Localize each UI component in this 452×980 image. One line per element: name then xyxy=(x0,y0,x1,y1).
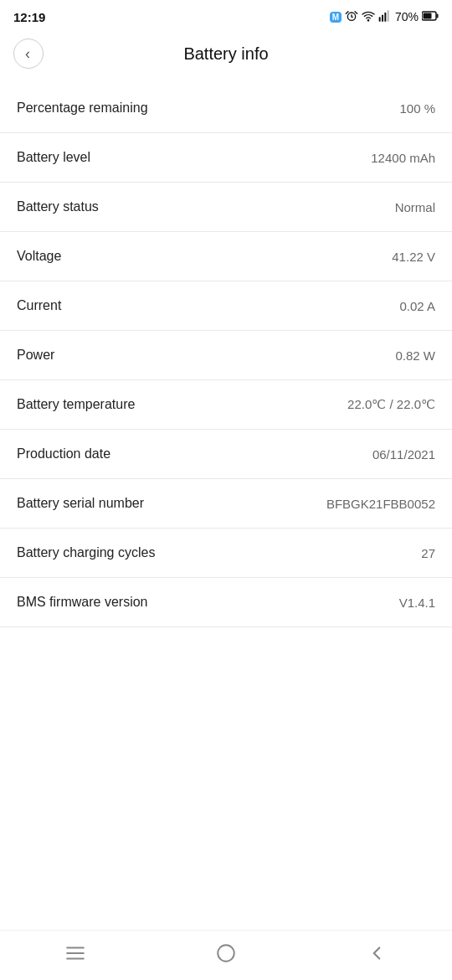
row-value: 12400 mAh xyxy=(371,151,435,165)
menu-icon[interactable] xyxy=(64,942,86,969)
row-value: V1.4.1 xyxy=(399,596,435,610)
svg-rect-6 xyxy=(384,13,386,22)
row-value: 0.02 A xyxy=(399,299,435,313)
status-icons: M xyxy=(330,9,439,25)
table-row: Voltage41.22 V xyxy=(0,232,452,281)
table-row: Power0.82 W xyxy=(0,331,452,380)
row-label: Battery serial number xyxy=(17,496,144,511)
table-row: Percentage remaining100 % xyxy=(0,84,452,133)
table-row: Current0.02 A xyxy=(0,281,452,331)
row-value: 100 % xyxy=(399,101,435,116)
row-value: Normal xyxy=(395,200,435,214)
row-value: 0.82 W xyxy=(395,348,435,363)
row-label: Battery level xyxy=(17,150,90,165)
table-row: Battery temperature22.0℃ / 22.0℃ xyxy=(0,380,452,430)
back-chevron-icon: ‹ xyxy=(25,46,30,61)
alarm-icon xyxy=(345,9,358,25)
page-title: Battery info xyxy=(183,44,268,64)
row-label: Current xyxy=(17,298,61,313)
row-label: Production date xyxy=(17,446,110,462)
battery-percentage: 70% xyxy=(395,10,419,23)
wifi-icon xyxy=(362,9,375,25)
svg-line-1 xyxy=(346,11,348,13)
row-value: 27 xyxy=(421,546,435,560)
table-row: Battery charging cycles27 xyxy=(0,529,452,578)
row-value: 22.0℃ / 22.0℃ xyxy=(347,397,435,412)
status-bar: 12:19 M xyxy=(0,0,452,30)
row-value: 41.22 V xyxy=(392,250,435,264)
back-button[interactable]: ‹ xyxy=(13,39,44,69)
svg-rect-5 xyxy=(382,14,383,21)
table-row: BMS firmware versionV1.4.1 xyxy=(0,578,452,627)
signal-icon xyxy=(378,9,392,25)
svg-point-14 xyxy=(218,945,234,962)
row-label: Percentage remaining xyxy=(17,101,148,116)
table-row: Battery statusNormal xyxy=(0,183,452,232)
svg-rect-7 xyxy=(388,10,389,21)
table-row: Battery serial numberBFBGK21FBB0052 xyxy=(0,479,452,529)
mi-icon: M xyxy=(330,12,342,23)
row-label: BMS firmware version xyxy=(17,595,147,610)
row-label: Battery status xyxy=(17,199,99,214)
row-label: Power xyxy=(17,348,54,363)
table-row: Battery level12400 mAh xyxy=(0,133,452,183)
table-row: Production date06/11/2021 xyxy=(0,430,452,479)
info-list: Percentage remaining100 %Battery level12… xyxy=(0,84,452,627)
back-nav-icon[interactable] xyxy=(366,942,388,969)
row-value: 06/11/2021 xyxy=(372,447,435,462)
svg-line-2 xyxy=(355,11,357,13)
svg-point-3 xyxy=(367,19,368,20)
row-label: Battery charging cycles xyxy=(17,545,155,560)
header: ‹ Battery info xyxy=(0,30,452,77)
row-label: Voltage xyxy=(17,249,61,264)
svg-rect-4 xyxy=(379,17,381,21)
bottom-nav xyxy=(0,930,452,980)
battery-icon xyxy=(422,11,439,23)
svg-rect-9 xyxy=(437,13,439,18)
row-value: BFBGK21FBB0052 xyxy=(326,497,435,511)
row-label: Battery temperature xyxy=(17,397,135,412)
svg-rect-10 xyxy=(424,13,432,18)
status-time: 12:19 xyxy=(13,10,45,24)
home-icon[interactable] xyxy=(215,942,237,969)
